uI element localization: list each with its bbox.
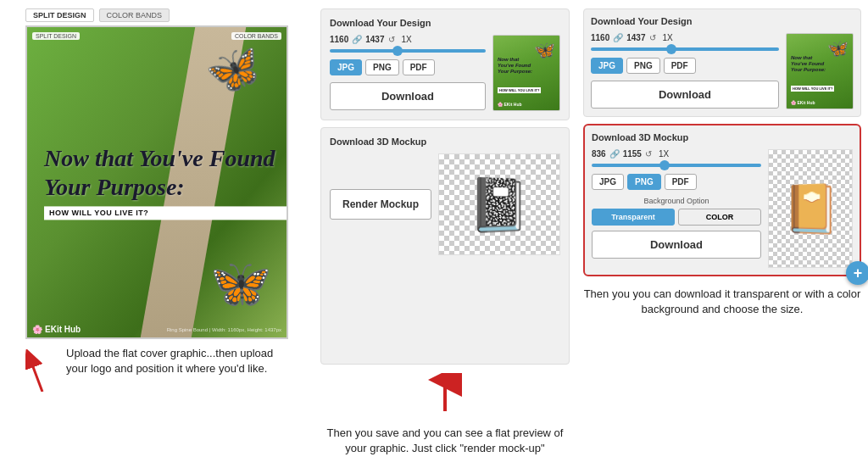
tab-color-bands[interactable]: COLOR BANDS [99, 8, 170, 22]
middle-controls: 1160 🔗 1437 ↺ 1X JPG PNG PDF Download [330, 35, 486, 110]
right-caption-text: Then you you can download it transparent… [583, 283, 861, 320]
svg-line-1 [30, 358, 42, 392]
middle-width: 1160 [330, 35, 348, 44]
render-mockup-btn[interactable]: Render Mockup [330, 189, 431, 220]
right-download-content: 1160 🔗 1437 ↺ 1X JPG PNG PDF Download [591, 33, 854, 109]
right-preview-thumb: 🦋 Now thatYou've FoundYour Purpose: HOW … [786, 33, 854, 109]
right-mockup-width: 836 [592, 149, 606, 159]
right-mockup-section: Download 3D Mockup 836 🔗 1155 ↺ 1X JPG P… [583, 124, 861, 276]
right-size-row: 1160 🔗 1437 ↺ 1X [591, 33, 779, 42]
right-format-row: JPG PNG PDF [591, 58, 779, 74]
footer-info: Ring Spine Bound | Width: 1160px, Height… [167, 327, 281, 332]
tab-split-design[interactable]: SPLIT DESIGN [25, 8, 94, 22]
arrow-up-left-icon [25, 349, 59, 395]
right-mockup-pdf-btn[interactable]: PDF [665, 174, 697, 190]
design-tabs: SPLIT DESIGN COLOR BANDS [25, 8, 288, 22]
card-footer: 🌸 EKit Hub Ring Spine Bound | Width: 116… [27, 325, 287, 334]
design-text-overlay: Now that You've Found Your Purpose: HOW … [44, 144, 287, 220]
refresh-icon[interactable]: ↺ [388, 35, 395, 44]
middle-mockup-preview: 📓 [438, 153, 560, 255]
right-mockup-size-row: 836 🔗 1155 ↺ 1X [592, 149, 761, 159]
right-panel: Download Your Design 1160 🔗 1437 ↺ 1X JP… [576, 0, 868, 468]
right-link-icon: 🔗 [613, 33, 623, 42]
middle-size-row: 1160 🔗 1437 ↺ 1X [330, 35, 486, 44]
middle-preview-thumb: 🦋 Now thatYou've FoundYour Purpose: HOW … [492, 35, 560, 111]
right-zoom: 1X [663, 33, 673, 42]
middle-download-title: Download Your Design [330, 18, 560, 28]
link-icon: 🔗 [352, 35, 362, 44]
right-mockup-slider-handle[interactable] [659, 160, 670, 170]
format-pdf-btn[interactable]: PDF [403, 59, 435, 75]
right-download-btn[interactable]: Download [591, 81, 779, 109]
right-format-png-btn[interactable]: PNG [626, 58, 660, 74]
right-preview-butterfly-icon: 🦋 [827, 38, 849, 58]
middle-mockup-section: Download 3D Mockup Render Mockup 📓 [320, 127, 570, 365]
format-png-btn[interactable]: PNG [365, 59, 399, 75]
middle-download-btn[interactable]: Download [330, 82, 486, 110]
right-mockup-refresh-icon[interactable]: ↺ [645, 149, 652, 159]
card-header: SPLIT DESIGN COLOR BANDS [27, 31, 287, 42]
middle-mockup-content: Render Mockup 📓 [330, 153, 560, 255]
right-mockup-title: Download 3D Mockup [592, 132, 853, 142]
butterfly-bottom-icon: 🦋 [204, 249, 275, 316]
right-refresh-icon[interactable]: ↺ [649, 33, 656, 42]
plus-button[interactable]: + [846, 261, 868, 285]
arrow-up-middle-icon [428, 373, 462, 415]
logo-text: 🌸 EKit Hub [32, 325, 81, 334]
right-slider-handle[interactable] [666, 44, 676, 54]
format-jpg-btn[interactable]: JPG [330, 59, 362, 75]
right-mockup-height: 1155 [623, 149, 642, 159]
left-caption-text: Upload the flat cover graphic...then upl… [66, 346, 288, 376]
middle-mockup-title: Download 3D Mockup [330, 136, 560, 147]
right-mockup-slider[interactable] [592, 164, 761, 167]
right-mockup-png-btn[interactable]: PNG [627, 174, 661, 190]
middle-download-section: Download Your Design 1160 🔗 1437 ↺ 1X JP… [320, 8, 570, 120]
right-mockup-download-btn[interactable]: Download [592, 231, 761, 259]
middle-slider[interactable] [330, 49, 486, 53]
right-mockup-link-icon: 🔗 [609, 149, 620, 159]
preview-butterfly-icon: 🦋 [534, 40, 555, 60]
right-mockup-jpg-btn[interactable]: JPG [592, 174, 624, 190]
right-mockup-content: 836 🔗 1155 ↺ 1X JPG PNG PDF Background O… [592, 149, 853, 268]
right-width: 1160 [591, 33, 609, 42]
middle-caption-text: Then you save and you can see a flat pre… [320, 422, 570, 460]
middle-format-row: JPG PNG PDF [330, 59, 486, 75]
middle-download-content: 1160 🔗 1437 ↺ 1X JPG PNG PDF Download [330, 35, 560, 111]
right-controls: 1160 🔗 1437 ↺ 1X JPG PNG PDF Download [591, 33, 779, 109]
middle-panel: Download Your Design 1160 🔗 1437 ↺ 1X JP… [314, 0, 576, 468]
right-height: 1437 [626, 33, 645, 42]
bg-transparent-btn[interactable]: Transparent [592, 209, 675, 226]
left-panel: SPLIT DESIGN COLOR BANDS 🦋 🦋 Now that Yo… [0, 0, 314, 468]
right-slider[interactable] [591, 47, 779, 51]
right-download-section: Download Your Design 1160 🔗 1437 ↺ 1X JP… [583, 8, 861, 117]
left-caption-area: Upload the flat cover graphic...then upl… [25, 346, 288, 395]
bg-color-btn[interactable]: COLOR [678, 209, 761, 226]
middle-height: 1437 [365, 35, 384, 44]
design-card: 🦋 🦋 Now that You've Found Your Purpose: … [25, 25, 288, 339]
slider-handle[interactable] [392, 46, 403, 56]
right-mockup-format-row: JPG PNG PDF [592, 174, 761, 190]
notebook-mockup-icon: 📓 [467, 173, 529, 237]
right-mockup-controls: 836 🔗 1155 ↺ 1X JPG PNG PDF Background O… [592, 149, 761, 268]
right-notebook-icon: 📔 [783, 180, 840, 237]
right-mockup-preview: 📔 [768, 149, 853, 268]
design-main-text: Now that You've Found Your Purpose: [44, 144, 287, 201]
middle-zoom: 1X [402, 35, 412, 44]
right-mockup-zoom: 1X [659, 149, 669, 159]
design-sub-text: HOW WILL YOU LIVE IT? [44, 207, 287, 220]
middle-arrow-container [320, 373, 570, 415]
right-format-jpg-btn[interactable]: JPG [591, 58, 623, 74]
bg-option-row: Transparent COLOR [592, 209, 761, 226]
bg-option-label: Background Option [592, 197, 761, 205]
right-download-title: Download Your Design [591, 16, 854, 26]
right-format-pdf-btn[interactable]: PDF [664, 58, 696, 74]
